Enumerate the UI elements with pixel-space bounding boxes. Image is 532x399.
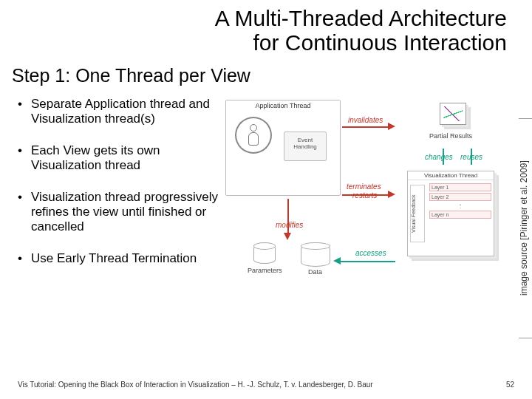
content-row: Separate Application thread and Visualiz… bbox=[0, 91, 532, 318]
arrow-line bbox=[443, 149, 444, 165]
arrow-line bbox=[336, 261, 395, 262]
app-thread-box: Application Thread Event Handling bbox=[225, 100, 341, 196]
ellipsis-icon: ⋮ bbox=[427, 202, 494, 209]
architecture-diagram: Application Thread Event Handling invali… bbox=[221, 97, 503, 318]
image-credit: image source [Piringer et al. 2009] bbox=[519, 118, 532, 338]
slide-subtitle: Step 1: One Thread per View bbox=[0, 55, 532, 91]
changes-label: changes bbox=[425, 153, 453, 161]
vis-thread-box: Visualization Thread Visual Feedback Lay… bbox=[407, 171, 494, 256]
arrow-line bbox=[287, 199, 289, 234]
modifies-label: modifies bbox=[276, 221, 303, 229]
visual-feedback-label: Visual Feedback bbox=[410, 185, 425, 242]
arrow-head-icon bbox=[388, 191, 395, 198]
partial-results-label: Partial Results bbox=[429, 132, 472, 140]
bullet-list: Separate Application thread and Visualiz… bbox=[15, 97, 218, 318]
invalidates-label: invalidates bbox=[348, 116, 383, 124]
event-handling-box: Event Handling bbox=[284, 132, 327, 161]
bullet-item: Separate Application thread and Visualiz… bbox=[15, 97, 218, 127]
partial-results-icon bbox=[440, 103, 466, 125]
parameters-label: Parameters bbox=[248, 267, 282, 274]
bullet-item: Use Early Thread Termination bbox=[15, 251, 218, 266]
data-label: Data bbox=[308, 268, 322, 276]
arrow-line bbox=[342, 194, 388, 196]
bullet-item: Visualization thread progressively refin… bbox=[15, 190, 218, 235]
arrow-head-icon bbox=[388, 123, 395, 130]
arrow-head-icon bbox=[333, 257, 341, 265]
layer-label: Layer n bbox=[429, 211, 491, 219]
cylinder-icon bbox=[253, 245, 276, 264]
title-line-2: for Continuous Interaction bbox=[253, 30, 507, 55]
cylinder-icon bbox=[301, 245, 330, 267]
arrow-line bbox=[342, 126, 388, 128]
bullet-item: Each View gets its own Visualization thr… bbox=[15, 143, 218, 174]
title-line-1: A Multi-Threaded Architecture bbox=[215, 6, 507, 30]
slide-title: A Multi-Threaded Architecture for Contin… bbox=[0, 0, 532, 55]
person-icon bbox=[247, 124, 260, 149]
vis-thread-label: Visualization Thread bbox=[408, 171, 494, 180]
layer-label: Layer 1 bbox=[429, 183, 491, 191]
footer: Vis Tutorial: Opening the Black Box of I… bbox=[18, 381, 514, 389]
arrow-head-icon bbox=[284, 233, 291, 240]
accesses-label: accesses bbox=[355, 249, 386, 257]
app-thread-label: Application Thread bbox=[226, 100, 340, 111]
layer-label: Layer 2 bbox=[429, 193, 491, 201]
footer-citation: Vis Tutorial: Opening the Black Box of I… bbox=[18, 381, 373, 389]
page-number: 52 bbox=[506, 381, 514, 389]
arrow-line bbox=[471, 149, 472, 165]
terminates-label: terminates bbox=[347, 183, 381, 191]
